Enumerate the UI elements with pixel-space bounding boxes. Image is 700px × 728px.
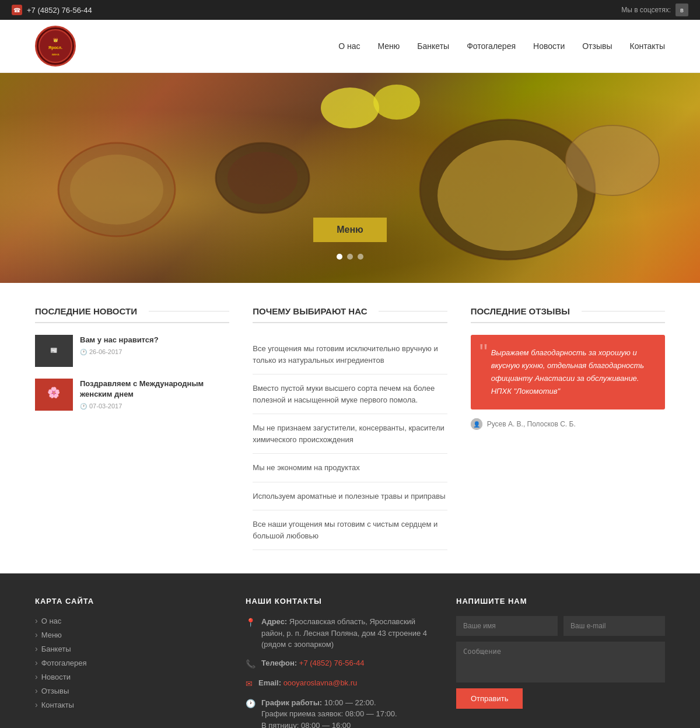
phone-text: Телефон: +7 (4852) 76-56-44: [261, 657, 364, 669]
sitemap-news[interactable]: Новости: [41, 673, 71, 681]
contact-email: ✉ Email: oooyaroslavna@bk.ru: [246, 677, 433, 690]
sitemap-link-news: Новости: [35, 672, 222, 681]
news-image-2: 🌸: [35, 379, 73, 411]
nav-news[interactable]: Новости: [533, 41, 565, 51]
contacts-title: НАШИ КОНТАКТЫ: [246, 597, 433, 606]
map-icon: 📍: [246, 617, 256, 629]
svg-text:авна: авна: [51, 52, 60, 56]
topbar: ☎ +7 (4852) 76-56-44 Мы в соцсетях: в: [0, 0, 700, 20]
nav-about[interactable]: О нас: [338, 41, 360, 51]
nav-reviews[interactable]: Отзывы: [582, 41, 612, 51]
news-title-1[interactable]: Вам у нас нравится?: [80, 335, 159, 345]
sitemap-links: О нас Меню Банкеты Фотогалерея Новости О…: [35, 616, 222, 709]
vk-icon[interactable]: в: [676, 4, 688, 16]
sitemap-about[interactable]: О нас: [41, 617, 62, 625]
sitemap-reviews[interactable]: Отзывы: [41, 687, 69, 695]
contact-address: 📍 Адрес: Ярославская область, Ярославски…: [246, 616, 433, 650]
why-column: ПОЧЕМУ ВЫБИРАЮТ НАС Все угощения мы гото…: [253, 306, 447, 550]
sitemap-link-contacts: Контакты: [35, 700, 222, 709]
nav-banquets[interactable]: Банкеты: [417, 41, 449, 51]
news-thumb-1: 📰: [35, 335, 73, 367]
news-info-2: Поздравляем с Международным женским днем…: [80, 379, 229, 411]
why-item-6: Все наши угощения мы готовим с чистым се…: [253, 510, 447, 550]
topbar-phone-number[interactable]: +7 (4852) 76-56-44: [27, 6, 92, 15]
why-item-5: Используем ароматные и полезные травы и …: [253, 482, 447, 511]
svg-text:Яросл.: Яросл.: [48, 46, 62, 50]
hours-text: График работы: 10:00 — 22:00. График при…: [261, 697, 397, 729]
svg-text:👤: 👤: [473, 421, 481, 428]
review-card: Выражаем благодарность за хорошую и вкус…: [471, 335, 665, 410]
clock-icon-1: 🕐: [80, 349, 87, 355]
sitemap-contacts[interactable]: Контакты: [41, 701, 74, 709]
news-item-2: 🌸 Поздравляем с Международным женским дн…: [35, 379, 229, 411]
main-content: ПОСЛЕДНИЕ НОВОСТИ 📰 Вам у нас нравится? …: [0, 283, 700, 573]
nav-contacts[interactable]: Контакты: [630, 41, 665, 51]
topbar-social: Мы в соцсетях: в: [621, 4, 688, 16]
news-thumb-2: 🌸: [35, 379, 73, 411]
review-author: 👤 Русев А. В., Полосков С. Б.: [471, 418, 665, 430]
name-input[interactable]: [456, 616, 558, 636]
nav-menu[interactable]: Меню: [378, 41, 400, 51]
hero-menu-button[interactable]: Меню: [313, 218, 387, 242]
news-title-2[interactable]: Поздравляем с Международным женским днем: [80, 379, 229, 400]
social-label: Мы в соцсетях:: [621, 6, 671, 14]
clock-footer-icon: 🕐: [246, 698, 256, 710]
hero-dot-1[interactable]: [337, 254, 342, 260]
footer-contact-form: НАПИШИТЕ НАМ Отправить: [456, 597, 665, 728]
submit-button[interactable]: Отправить: [456, 688, 523, 709]
reviews-title: ПОСЛЕДНИЕ ОТЗЫВЫ: [471, 306, 665, 323]
logo-svg: 👑 Яросл. авна: [38, 29, 73, 64]
footer-phone-link[interactable]: +7 (4852) 76-56-44: [299, 659, 365, 667]
address-text: Адрес: Ярославская область, Ярославский …: [261, 616, 433, 650]
sitemap-banquets[interactable]: Банкеты: [41, 645, 71, 653]
email-input[interactable]: [564, 616, 665, 636]
reviews-column: ПОСЛЕДНИЕ ОТЗЫВЫ Выражаем благодарность …: [471, 306, 665, 550]
news-item-1: 📰 Вам у нас нравится? 🕐 26-06-2017: [35, 335, 229, 367]
sitemap-link-gallery: Фотогалерея: [35, 658, 222, 667]
news-column: ПОСЛЕДНИЕ НОВОСТИ 📰 Вам у нас нравится? …: [35, 306, 229, 550]
sitemap-link-about: О нас: [35, 616, 222, 625]
sitemap-link-reviews: Отзывы: [35, 686, 222, 695]
phone-footer-icon: 📞: [246, 658, 256, 670]
why-item-3: Мы не признаем загустители, консерванты,…: [253, 414, 447, 454]
sitemap-gallery[interactable]: Фотогалерея: [41, 659, 87, 667]
footer: КАРТА САЙТА О нас Меню Банкеты Фотогалер…: [0, 573, 700, 728]
author-name: Русев А. В., Полосков С. Б.: [487, 420, 576, 428]
hero-section: Меню: [0, 73, 700, 283]
email-icon: ✉: [246, 678, 253, 690]
main-nav: О нас Меню Банкеты Фотогалерея Новости О…: [338, 41, 665, 51]
news-image-1: 📰: [35, 335, 73, 367]
contact-form: Отправить: [456, 616, 665, 709]
sitemap-menu[interactable]: Меню: [41, 631, 62, 639]
email-link[interactable]: oooyaroslavna@bk.ru: [284, 678, 358, 687]
logo-image: 👑 Яросл. авна: [35, 26, 76, 66]
svg-text:👑: 👑: [53, 37, 58, 43]
why-item-1: Все угощения мы готовим исключительно вр…: [253, 335, 447, 374]
news-title: ПОСЛЕДНИЕ НОВОСТИ: [35, 306, 229, 323]
review-text: Выражаем благодарность за хорошую и вкус…: [482, 346, 653, 398]
footer-contacts: НАШИ КОНТАКТЫ 📍 Адрес: Ярославская облас…: [246, 597, 433, 728]
header: 👑 Яросл. авна О нас Меню Банкеты Фотогал…: [0, 20, 700, 73]
contact-form-title: НАПИШИТЕ НАМ: [456, 597, 665, 606]
contact-hours: 🕐 График работы: 10:00 — 22:00. График п…: [246, 697, 433, 729]
hero-dot-2[interactable]: [347, 254, 353, 260]
why-title: ПОЧЕМУ ВЫБИРАЮТ НАС: [253, 306, 447, 323]
news-date-1: 🕐 26-06-2017: [80, 348, 159, 355]
hero-dot-3[interactable]: [358, 254, 363, 260]
message-input[interactable]: [456, 642, 665, 682]
nav-gallery[interactable]: Фотогалерея: [467, 41, 516, 51]
why-item-2: Вместо пустой муки высшего сорта печем н…: [253, 374, 447, 414]
phone-icon: ☎: [12, 5, 22, 15]
sitemap-title: КАРТА САЙТА: [35, 597, 222, 606]
sitemap-link-menu: Меню: [35, 630, 222, 639]
hero-dots: [337, 254, 363, 260]
author-avatar: 👤: [471, 418, 482, 430]
logo[interactable]: 👑 Яросл. авна: [35, 26, 76, 66]
svg-text:🌸: 🌸: [47, 386, 61, 399]
topbar-phone-wrap: ☎ +7 (4852) 76-56-44: [12, 5, 92, 15]
email-text: Email: oooyaroslavna@bk.ru: [258, 677, 357, 689]
news-info-1: Вам у нас нравится? 🕐 26-06-2017: [80, 335, 159, 367]
hero-content: Меню: [313, 218, 387, 260]
sitemap-link-banquets: Банкеты: [35, 644, 222, 653]
footer-sitemap: КАРТА САЙТА О нас Меню Банкеты Фотогалер…: [35, 597, 222, 728]
